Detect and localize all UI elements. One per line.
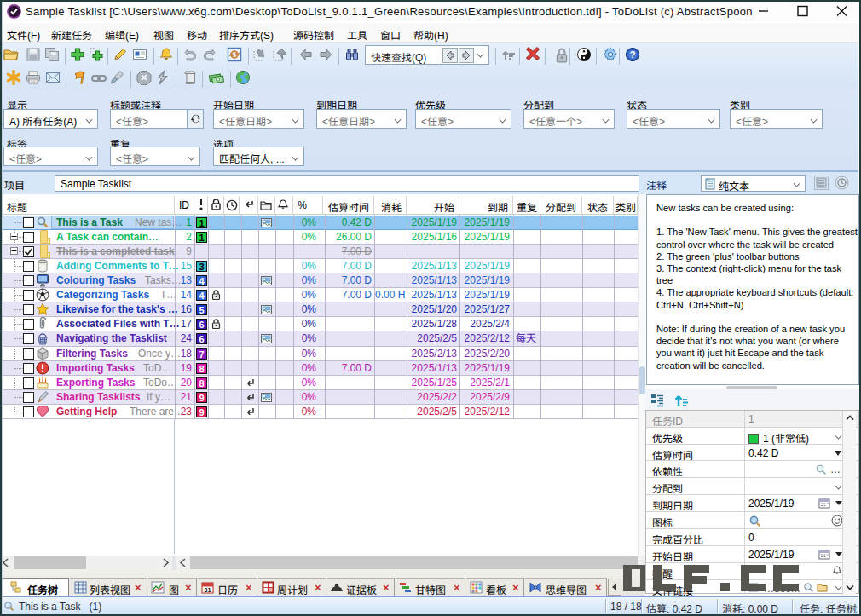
svg-text:31: 31 bbox=[204, 586, 211, 594]
svg-text:?: ? bbox=[630, 49, 636, 60]
